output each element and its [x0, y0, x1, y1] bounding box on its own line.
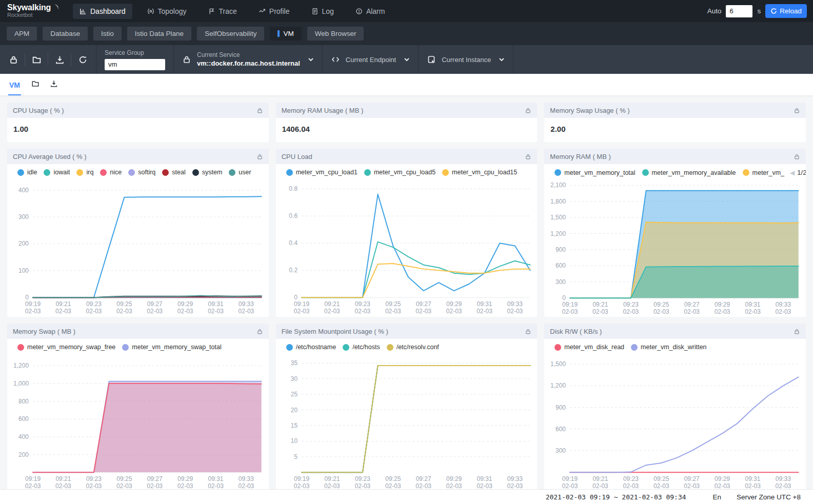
legend-label: meter_vm_memory_swap_free [27, 344, 115, 351]
card-lock-icon[interactable] [794, 107, 800, 114]
trace-icon [208, 8, 215, 15]
legend-item[interactable]: meter_vm_cpu_load15 [442, 169, 517, 176]
legend-item[interactable]: system [192, 169, 223, 176]
legend-item[interactable]: iowait [44, 169, 70, 176]
legend-item[interactable]: /etc/hostname [286, 344, 336, 351]
svg-text:09:25: 09:25 [654, 301, 669, 308]
svg-text:09:33: 09:33 [776, 301, 791, 308]
legend-item[interactable]: nice [100, 169, 122, 176]
nav-item-profile[interactable]: Profile [252, 4, 296, 19]
legend-item[interactable]: meter_vm_memory_total [554, 169, 635, 176]
card-lock-icon[interactable] [525, 328, 531, 335]
card-title: Memory Swap ( MB ) [13, 328, 75, 335]
current-endpoint-section[interactable]: Current Endpoint [322, 45, 418, 74]
tab-vm[interactable]: VM [8, 81, 21, 95]
chart-card-cpu-load: CPU Load meter_vm_cpu_load1meter_vm_cpu_… [276, 149, 538, 317]
legend-dot [122, 344, 129, 351]
svg-text:09:21: 09:21 [324, 476, 340, 483]
card-title: File System Mountpoint Usage ( % ) [282, 328, 388, 335]
card-lock-icon[interactable] [794, 153, 800, 160]
metric-card-memory-ram-usage: Memory RAM Usage ( MB ) 1406.04 [276, 103, 538, 142]
svg-text:1,200: 1,200 [550, 230, 566, 237]
legend-dot [17, 169, 24, 176]
svg-text:02-03: 02-03 [776, 308, 791, 315]
legend-label: iowait [53, 169, 70, 176]
current-service-section[interactable]: Current Service vm::docker.for.mac.host.… [173, 45, 322, 74]
svg-text:02-03: 02-03 [354, 308, 370, 315]
group-tab-vm[interactable]: VM [270, 27, 301, 41]
legend-dot [631, 344, 638, 351]
add-tab-folder-button[interactable] [31, 79, 39, 95]
legend-item[interactable]: irq [76, 169, 93, 176]
export-template-button[interactable] [48, 55, 71, 65]
nav-item-alarm[interactable]: Alarm [349, 4, 392, 19]
legend-item[interactable]: meter_vm_disk_written [631, 344, 707, 351]
legend-dot [229, 169, 235, 176]
time-range-picker[interactable]: 2021-02-03 09:19 ~ 2021-02-03 09:34 [546, 493, 686, 501]
legend-item[interactable]: meter_vm_cpu_load1 [286, 169, 358, 176]
status-footer: 2021-02-03 09:19 ~ 2021-02-03 09:34 En S… [0, 489, 813, 504]
reload-button[interactable]: Reload [765, 4, 807, 18]
legend-item[interactable]: idle [17, 169, 37, 176]
legend-item[interactable]: steal [162, 169, 185, 176]
nav-item-topology[interactable]: Topology [141, 4, 193, 19]
legend-item[interactable]: meter_vm_memory_swap_total [122, 344, 221, 351]
service-group-input[interactable] [105, 59, 165, 70]
chevron-down-icon [404, 56, 410, 63]
pager-prev-icon[interactable]: ◀ [790, 169, 795, 176]
svg-text:09:23: 09:23 [86, 476, 102, 483]
auto-refresh-interval-input[interactable] [726, 5, 752, 17]
legend-item[interactable]: user [229, 169, 251, 176]
refresh-button[interactable] [71, 55, 94, 65]
svg-text:09:23: 09:23 [355, 300, 370, 308]
group-tab-selfobservability[interactable]: SelfObservability [197, 27, 264, 41]
lock-edit-button[interactable] [2, 55, 25, 65]
group-tab-istio[interactable]: Istio [93, 27, 122, 41]
card-lock-icon[interactable] [525, 107, 531, 114]
cpu-load-chart: 00.20.40.60.809:1902-0309:2102-0309:2302… [276, 177, 538, 316]
card-lock-icon[interactable] [794, 328, 800, 335]
legend-dot [286, 344, 293, 351]
legend-item[interactable]: meter_vm_cpu_load5 [364, 169, 435, 176]
nav-item-trace[interactable]: Trace [202, 4, 244, 19]
card-lock-icon[interactable] [256, 328, 263, 335]
export-tab-button[interactable] [50, 79, 58, 95]
refresh-icon [78, 55, 88, 65]
legend-item[interactable]: /etc/hosts [343, 344, 380, 351]
legend-item[interactable]: meter_vm_disk_read [554, 344, 624, 351]
legend-item[interactable]: softirq [128, 169, 155, 176]
legend-item[interactable]: /etc/resolv.conf [387, 344, 439, 351]
svg-text:09:29: 09:29 [177, 300, 193, 308]
group-tab-web-browser[interactable]: Web Browser [307, 27, 364, 41]
import-template-button[interactable] [25, 55, 48, 65]
card-lock-icon[interactable] [256, 107, 263, 114]
logo-subtitle: Rocketbot [7, 12, 73, 18]
svg-text:09:27: 09:27 [415, 476, 431, 483]
language-switch[interactable]: En [713, 493, 722, 501]
svg-text:35: 35 [290, 360, 298, 367]
card-title: CPU Average Used ( % ) [13, 153, 87, 160]
legend-label: user [239, 169, 251, 176]
legend-item[interactable]: meter_vm_memory_swap_free [17, 344, 115, 351]
chart-card-memory-ram: Memory RAM ( MB ) meter_vm_memory_totalm… [544, 149, 806, 317]
current-instance-section[interactable]: Current Instance [418, 45, 513, 74]
auto-refresh-unit: s [757, 7, 761, 15]
server-zone[interactable]: Server Zone UTC +8 [737, 493, 801, 501]
group-tab-istio-data-plane[interactable]: Istio Data Plane [127, 27, 191, 41]
svg-text:300: 300 [556, 447, 566, 454]
nav-item-log[interactable]: Log [305, 4, 341, 19]
group-tab-database[interactable]: Database [43, 27, 88, 41]
app-logo[interactable]: Skywalking Rocketbot [0, 4, 73, 18]
legend-label: irq [86, 169, 93, 176]
group-tab-apm[interactable]: APM [7, 27, 37, 41]
nav-item-dashboard[interactable]: Dashboard [73, 4, 132, 19]
svg-text:0.8: 0.8 [289, 185, 298, 192]
card-lock-icon[interactable] [256, 153, 263, 160]
chart-legend: idleiowaitirqnicesoftirqstealsystemuser [7, 164, 269, 177]
card-lock-icon[interactable] [525, 153, 531, 160]
legend-item[interactable]: meter_vm_ [743, 169, 785, 176]
legend-dot [343, 344, 349, 351]
svg-text:09:33: 09:33 [239, 476, 254, 483]
svg-text:600: 600 [18, 416, 29, 423]
legend-item[interactable]: meter_vm_memory_available [642, 169, 736, 176]
